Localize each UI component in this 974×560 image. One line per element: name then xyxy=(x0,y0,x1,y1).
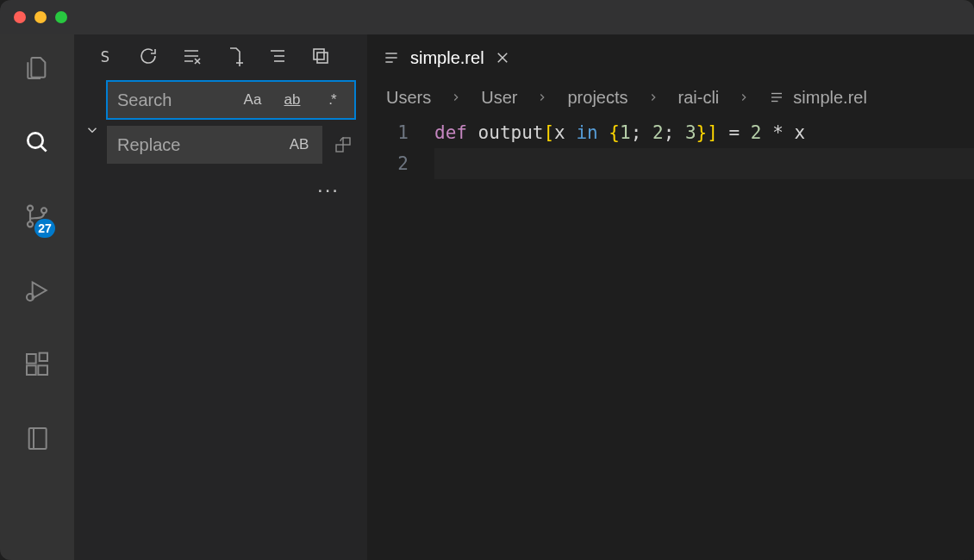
search-toolbar: S xyxy=(74,34,367,78)
debug-activity[interactable] xyxy=(19,272,55,308)
svg-rect-9 xyxy=(40,353,47,361)
minimize-window-icon[interactable] xyxy=(34,11,47,23)
search-sidebar: S Search Aa ab .* xyxy=(74,34,367,560)
refresh-icon[interactable] xyxy=(138,46,159,66)
activity-bar: 27 xyxy=(0,34,74,560)
search-icon xyxy=(23,128,51,156)
clear-results-icon[interactable] xyxy=(181,46,202,66)
svg-rect-10 xyxy=(29,428,47,449)
vscode-window: 27 S xyxy=(0,0,974,560)
extensions-icon xyxy=(23,351,51,378)
tab-simple-rel[interactable]: simple.rel xyxy=(367,34,526,81)
preserve-case-icon[interactable]: AB xyxy=(286,136,312,153)
line-number: 1 xyxy=(367,117,409,148)
search-activity[interactable] xyxy=(19,124,55,160)
crumb-user[interactable]: User xyxy=(481,88,517,108)
svg-rect-8 xyxy=(38,365,47,375)
chevron-right-icon xyxy=(536,88,548,108)
svg-rect-22 xyxy=(314,49,324,59)
crumb-file[interactable]: simple.rel xyxy=(769,88,867,108)
save-search-icon[interactable]: S xyxy=(95,46,116,66)
svg-point-2 xyxy=(28,206,33,211)
notebook-activity[interactable] xyxy=(19,420,55,457)
files-icon xyxy=(23,54,51,82)
zoom-window-icon[interactable] xyxy=(55,11,67,23)
chevron-down-icon xyxy=(84,122,100,138)
tab-close-button[interactable] xyxy=(495,50,510,65)
svg-point-0 xyxy=(28,133,42,147)
expand-all-icon[interactable] xyxy=(267,46,288,66)
traffic-lights xyxy=(14,11,67,23)
svg-rect-25 xyxy=(343,138,350,145)
code-line-1[interactable]: def output[x in {1; 2; 3}] = 2 * x xyxy=(434,117,974,148)
use-regex-icon[interactable]: .* xyxy=(319,91,345,109)
search-body: Search Aa ab .* Replace AB xyxy=(74,78,367,202)
svg-point-4 xyxy=(41,208,47,213)
editor-tabs: simple.rel xyxy=(367,34,974,81)
svg-rect-24 xyxy=(336,145,343,152)
replace-all-icon xyxy=(333,134,353,155)
svg-rect-6 xyxy=(27,354,36,364)
crumb-projects[interactable]: projects xyxy=(567,88,627,108)
match-case-icon[interactable]: Aa xyxy=(240,91,265,109)
titlebar[interactable] xyxy=(0,0,974,34)
crumb-rai-cli[interactable]: rai-cli xyxy=(678,88,720,108)
workbench-body: 27 S xyxy=(0,34,974,560)
tab-title: simple.rel xyxy=(410,48,484,68)
current-line-highlight xyxy=(434,148,974,179)
svg-rect-7 xyxy=(27,365,36,375)
line-gutter: 1 2 xyxy=(367,117,434,560)
collapse-all-icon[interactable] xyxy=(310,46,331,66)
close-icon xyxy=(495,50,510,65)
extensions-activity[interactable] xyxy=(19,346,55,383)
toggle-replace-chevron[interactable] xyxy=(83,81,102,202)
code-editor[interactable]: 1 2 def output[x in {1; 2; 3}] = 2 * x xyxy=(367,114,974,560)
notebook-icon xyxy=(23,425,51,452)
crumb-users[interactable]: Users xyxy=(386,88,431,108)
chevron-right-icon xyxy=(738,88,750,108)
svg-line-1 xyxy=(41,146,46,151)
run-debug-icon xyxy=(23,277,51,304)
code-lines[interactable]: def output[x in {1; 2; 3}] = 2 * x xyxy=(434,117,974,560)
file-code-icon xyxy=(769,90,784,105)
source-control-activity[interactable]: 27 xyxy=(19,198,55,234)
crumb-file-label: simple.rel xyxy=(793,88,867,108)
svg-point-3 xyxy=(28,221,33,227)
chevron-right-icon xyxy=(450,88,462,108)
search-placeholder: Search xyxy=(117,90,226,110)
new-search-editor-icon[interactable] xyxy=(224,46,245,66)
editor-area: simple.rel Users User projects rai-cli s… xyxy=(367,34,974,560)
search-input[interactable]: Search Aa ab .* xyxy=(107,81,355,119)
file-code-icon xyxy=(383,49,400,66)
scm-badge: 27 xyxy=(34,219,55,238)
breadcrumbs[interactable]: Users User projects rai-cli simple.rel xyxy=(367,81,974,114)
replace-input[interactable]: Replace AB xyxy=(107,126,322,164)
close-window-icon[interactable] xyxy=(14,11,26,23)
toggle-search-details[interactable]: ··· xyxy=(317,171,355,202)
match-whole-word-icon[interactable]: ab xyxy=(279,91,305,109)
replace-placeholder: Replace xyxy=(117,135,272,155)
line-number: 2 xyxy=(367,148,409,179)
explorer-activity[interactable] xyxy=(19,50,55,86)
svg-rect-23 xyxy=(317,53,328,63)
chevron-right-icon xyxy=(647,88,659,108)
replace-all-button[interactable] xyxy=(331,126,355,164)
